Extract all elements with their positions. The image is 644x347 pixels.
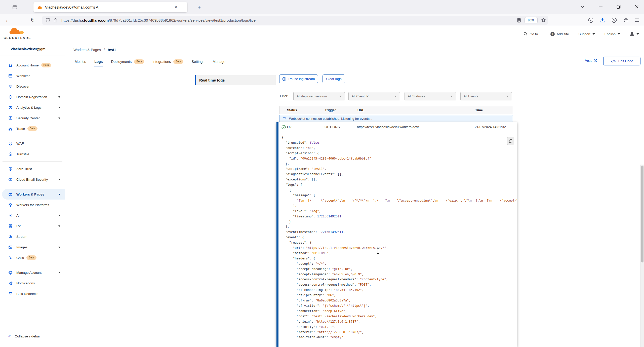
sidebar-item-workers-pages[interactable]: Workers & Pages (0, 189, 65, 200)
reader-mode-icon[interactable] (517, 18, 521, 23)
tab-metrics[interactable]: Metrics (75, 57, 86, 66)
reload-button[interactable]: ↻ (29, 16, 37, 24)
chevron-down-icon (58, 272, 60, 273)
websocket-status-row: Websocket connection established. Listen… (279, 115, 513, 122)
new-tab-button[interactable]: + (195, 3, 204, 12)
sidebar-item-zero-trust[interactable]: Zero Trust (0, 164, 65, 174)
tab-label: Integrations (152, 60, 171, 64)
forward-button[interactable]: → (16, 16, 24, 24)
clear-logs-button[interactable]: Clear logs (323, 74, 345, 83)
sidebar-item-ai[interactable]: AI (0, 210, 65, 221)
sidebar-item-calls[interactable]: Calls Beta (0, 252, 65, 263)
sidebar-item-websites[interactable]: Websites (0, 70, 65, 81)
pause-log-stream-button[interactable]: Pause log stream (279, 74, 318, 83)
filter-client-ip[interactable]: All Client IP (348, 92, 400, 100)
megaphone-icon (8, 281, 13, 285)
sidebar-item-stream[interactable]: Stream (0, 231, 65, 242)
add-site-button[interactable]: + Add site (550, 32, 569, 36)
sidebar-item-cloud-email-security[interactable]: Cloud Email Security (0, 174, 65, 185)
sidebar-item-waf[interactable]: WAF (0, 138, 65, 149)
copy-json-button[interactable] (507, 137, 514, 145)
log-time: 21/07/2024 14:31:32 (475, 125, 506, 129)
sidebar-item-turnstile[interactable]: Turnstile (0, 149, 65, 159)
tab-deployments[interactable]: DeploymentsBeta (111, 57, 144, 66)
firefox-view-button[interactable] (11, 3, 19, 11)
log-url: https://test1.viacheslavdev0.workers.dev… (357, 125, 419, 129)
zoom-level-button[interactable]: 80% (525, 17, 538, 23)
sidebar-item-analytics-logs[interactable]: Analytics & Logs (0, 102, 65, 113)
menu-hamburger-icon[interactable] (635, 18, 639, 22)
log-json-viewer[interactable]: { "truncated": false, "outcome": "ok", "… (278, 135, 517, 347)
window-minimize-button[interactable] (597, 3, 604, 11)
sidebar-item-label: Turnstile (16, 152, 29, 156)
filter-events[interactable]: All Events (460, 92, 512, 100)
text-cursor (376, 248, 380, 254)
visit-link[interactable]: Visit (585, 58, 597, 62)
tab-close-icon[interactable]: ✕ (174, 5, 178, 10)
extensions-icon[interactable] (623, 18, 628, 23)
window-close-button[interactable] (633, 3, 640, 11)
lock-icon[interactable] (54, 18, 57, 23)
log-scrollbar[interactable] (640, 165, 644, 347)
breadcrumb: Workers & Pages / test1 (73, 48, 116, 52)
scrollbar-thumb[interactable] (641, 166, 643, 262)
sidebar-item-domain-registration[interactable]: Domain Registration (0, 92, 65, 102)
sidebar-item-images[interactable]: Images (0, 242, 65, 252)
language-menu[interactable]: English (605, 32, 620, 36)
support-label: Support (578, 32, 590, 36)
collapse-chevrons-icon: « (8, 334, 11, 339)
screen: Viacheslavdev0@gmail.com's A ✕ + ← → ↻ h… (0, 0, 644, 347)
account-icon[interactable] (612, 18, 617, 23)
sidebar-item-trace[interactable]: Trace Beta (0, 123, 65, 134)
url-bar[interactable]: https://dash.cloudflare.com/879d75a301cf… (42, 16, 548, 25)
filter-deployed-versions[interactable]: All deployed versions (293, 92, 345, 100)
window-restore-button[interactable] (615, 3, 622, 11)
sidebar-item-label: Websites (16, 74, 30, 78)
plus-icon: + (550, 32, 555, 36)
tabs-divider (65, 67, 644, 67)
sidebar-item-account-home[interactable]: Account Home Beta (0, 60, 65, 70)
bookmark-star-icon[interactable] (541, 18, 546, 23)
cloudflare-cloud-icon (9, 28, 26, 35)
list-tabs-chevron-icon[interactable] (579, 3, 586, 11)
breadcrumb-parent[interactable]: Workers & Pages (73, 48, 101, 52)
log-row[interactable]: Ok OPTIONS https://test1.viacheslavdev0.… (278, 122, 517, 132)
chevron-down-icon (506, 96, 509, 97)
browser-tab[interactable]: Viacheslavdev0@gmail.com's A ✕ (33, 2, 187, 12)
filter-statuses[interactable]: All Statuses (405, 92, 456, 100)
sidebar-item-workers-for-platforms[interactable]: Workers for Platforms (0, 200, 65, 210)
user-menu[interactable] (630, 32, 639, 36)
sidebar-item-notifications[interactable]: Notifications (0, 278, 65, 288)
edit-code-button[interactable]: </> Edit Code (603, 57, 640, 65)
beta-badge: Beta (173, 59, 183, 64)
tab-integrations[interactable]: IntegrationsBeta (152, 57, 183, 66)
url-text[interactable]: https://dash.cloudflare.com/879d75a301cf… (61, 18, 514, 22)
pocket-icon[interactable] (588, 18, 593, 23)
sidebar-item-manage-account[interactable]: Manage Account (0, 267, 65, 278)
sidebar-item-label: Trace (16, 127, 25, 131)
status-ok-icon (281, 125, 286, 130)
sidebar-item-security-center[interactable]: Security Center (0, 113, 65, 123)
sidebar-item-discover[interactable]: Discover (0, 81, 65, 92)
tracking-shield-icon[interactable] (46, 18, 50, 23)
goto-search[interactable]: Go to... (524, 32, 541, 36)
account-name[interactable]: Viacheslavdev0@gm... (0, 42, 65, 56)
sidebar-item-bulk-redirects[interactable]: Bulk Redirects (0, 288, 65, 299)
sidebar-item-label: Account Home (16, 63, 39, 67)
tab-title: Viacheslavdev0@gmail.com's A (45, 5, 173, 9)
tab-logs[interactable]: Logs (94, 57, 103, 66)
email-icon (8, 177, 13, 182)
collapse-sidebar-button[interactable]: « Collapse sidebar (0, 325, 65, 347)
image-icon (8, 245, 13, 249)
sidebar-item-r2[interactable]: R2 (0, 221, 65, 231)
downloads-icon[interactable] (600, 18, 605, 23)
sidebar-item-label: Calls (16, 256, 24, 260)
gear-icon (8, 271, 13, 275)
tab-manage[interactable]: Manage (213, 57, 225, 66)
cloudflare-logo[interactable]: CLOUDFLARE (4, 28, 31, 40)
chevron-down-icon (58, 215, 60, 216)
tab-settings[interactable]: Settings (192, 57, 205, 66)
back-button[interactable]: ← (4, 16, 12, 24)
support-menu[interactable]: Support (578, 32, 595, 36)
stream-icon (8, 235, 13, 239)
